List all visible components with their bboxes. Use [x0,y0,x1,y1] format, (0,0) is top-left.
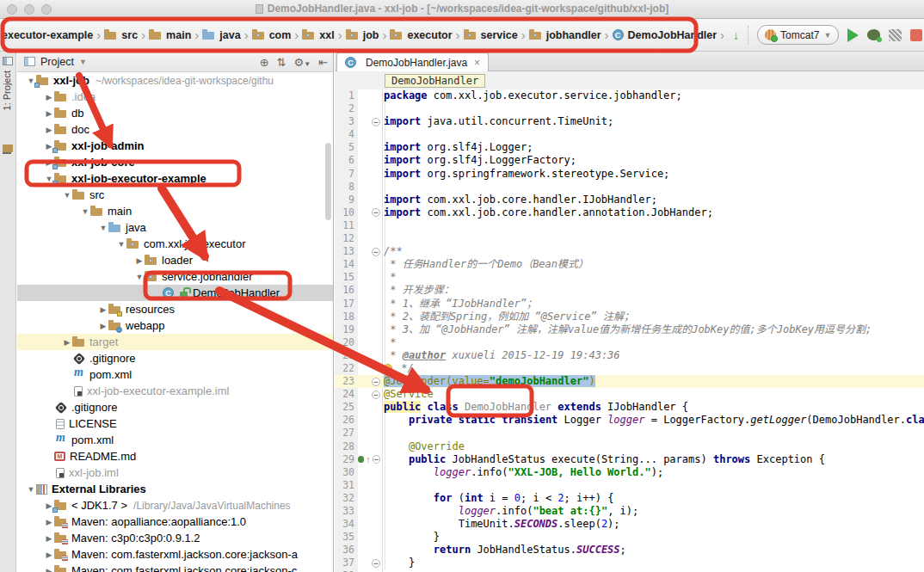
chevron-expanded-icon[interactable]: ▼ [116,240,126,249]
code-line[interactable]: 25public class DemoJobHandler extends IJ… [335,401,924,414]
tree-item[interactable]: ▶loader [17,252,333,268]
run-gutter-icon[interactable] [358,456,364,463]
code-line[interactable]: 13−/** [335,245,924,258]
tree-item[interactable]: ▼main [17,203,333,219]
code-line[interactable]: 11 [335,219,924,232]
code-line[interactable]: 23−@JobHander(value="demoJobHandler") [335,375,924,388]
code-line[interactable]: 36 return JobHandleStatus.SUCCESS; [335,544,924,557]
code-line[interactable]: 24−@Service [335,388,924,401]
code-line[interactable]: 28 @Override [335,440,924,453]
breadcrumb-item[interactable]: service [464,29,518,41]
tree-item[interactable]: ▶doc [17,121,333,138]
chevron-collapsed-icon[interactable]: ▶ [44,93,54,101]
tree-item[interactable]: ▶resources [17,301,333,317]
chevron-expanded-icon[interactable]: ▼ [26,485,36,494]
chevron-collapsed-icon[interactable]: ▶ [44,567,54,572]
chevron-expanded-icon[interactable]: ▼ [62,191,72,200]
breadcrumb-item[interactable]: main [149,29,191,41]
run-button[interactable] [847,28,859,42]
breadcrumb-item[interactable]: com [252,29,292,41]
chevron-collapsed-icon[interactable]: ▶ [98,322,108,330]
code-line[interactable]: 8 [335,181,924,194]
tree-item[interactable]: xxl-job.iml [17,464,333,481]
code-line[interactable]: 2 [335,102,924,115]
locate-file-icon[interactable]: ⊕ [260,56,269,69]
override-gutter-icon[interactable]: ↑ [366,455,371,464]
tree-item[interactable]: .gitignore [17,399,333,415]
fold-marker-icon[interactable]: − [373,455,380,464]
tree-item[interactable]: xxl-job-executor-example.iml [17,383,333,399]
code-line[interactable]: 29↑− public JobHandleStatus execute(Stri… [335,453,924,466]
breadcrumb-item[interactable]: jobhandler [529,29,601,41]
sidebar-item-project[interactable]: 1: Project [2,71,12,110]
code-line[interactable]: 30 logger.info("XXL-JOB, Hello World."); [335,466,924,479]
code-line[interactable]: 22 */ [335,362,924,375]
breadcrumb-item[interactable]: java [202,29,240,41]
tree-item[interactable]: CDemoJobHandler [17,285,333,301]
breadcrumb-item[interactable]: executor-example [2,29,93,41]
tree-item[interactable]: pom.xml [17,366,333,383]
tree-item[interactable]: ▶< JDK1.7 >/Library/Java/JavaVirtualMach… [17,497,333,514]
fold-marker-icon[interactable]: − [372,208,380,217]
tree-item[interactable]: ▶Maven: c3p0:c3p0:0.9.1.2 [17,530,333,546]
breadcrumb-item[interactable]: executor [390,29,452,41]
tree-item[interactable]: ▼External Libraries [17,481,333,497]
tree-item[interactable]: pom.xml [17,432,333,448]
fold-marker-icon[interactable]: − [372,118,380,126]
chevron-down-icon[interactable]: ▼ [79,58,87,66]
coverage-button[interactable] [889,29,902,41]
collapse-all-icon[interactable]: ⇅ [277,56,286,69]
breadcrumb-item[interactable]: CDemoJobHandler [613,29,718,41]
chevron-collapsed-icon[interactable]: ▶ [44,518,54,526]
code-line[interactable]: 9import com.xxl.job.core.handler.IJobHan… [335,194,924,206]
fold-marker-icon[interactable]: − [372,248,380,256]
tree-item[interactable]: ▶webapp [17,317,333,334]
code-line[interactable]: 4 [335,128,924,141]
tree-item[interactable]: ▶Maven: aopalliance:aopalliance:1.0 [17,514,333,530]
code-area[interactable]: 1package com.xxl.job.executor.service.jo… [335,89,924,572]
tree-scrollbar[interactable] [325,143,331,220]
tree-item[interactable]: .gitignore [17,350,333,366]
chevron-collapsed-icon[interactable]: ▶ [62,338,72,347]
tree-item[interactable]: ▶xxl-job-core [17,154,333,170]
code-line[interactable]: 21 * @author xuxueli 2015-12-19 19:43:36 [335,349,924,362]
chevron-collapsed-icon[interactable]: ▶ [134,256,145,265]
tree-item[interactable]: ▶db [17,105,333,121]
tree-item[interactable]: ▼src [17,187,333,203]
code-line[interactable]: 14 * 任务Handler的一个Demo（Bean模式） [335,258,924,271]
code-line[interactable]: 3−import java.util.concurrent.TimeUnit; [335,115,924,128]
debug-button[interactable] [867,29,880,40]
code-line[interactable]: 31 [335,479,924,492]
code-line[interactable]: 7import org.springframework.stereotype.S… [335,168,924,181]
code-line[interactable]: 18 * 2、装配到Spring，例如加 “@Service” 注解； [335,311,924,323]
chevron-expanded-icon[interactable]: ▼ [98,224,108,232]
tree-item[interactable]: MREADME.md [17,448,333,464]
code-line[interactable]: 19 * 3、加 “@JobHander” 注解，注解value值为新增任务生成… [335,323,924,336]
close-tab-icon[interactable]: × [474,57,480,69]
tree-item[interactable]: ▼com.xxl.job.executor [17,236,333,252]
chevron-collapsed-icon[interactable]: ▶ [98,305,108,314]
code-line[interactable]: 10−import com.xxl.job.core.handler.annot… [335,206,924,219]
tree-item[interactable]: ▼xxl-job~/workspaces/idea-git-workspace/… [17,72,333,89]
code-line[interactable]: 34 TimeUnit.SECONDS.sleep(2); [335,518,924,531]
code-line[interactable]: 15 * [335,271,924,284]
code-line[interactable]: 5import org.slf4j.Logger; [335,141,924,154]
tree-item[interactable]: ▼java [17,219,333,236]
tree-item[interactable]: ▶xxl-job-admin [17,138,333,154]
fold-marker-icon[interactable]: − [372,559,380,568]
intention-bulb-icon[interactable] [384,364,392,372]
chevron-collapsed-icon[interactable]: ▶ [44,109,54,118]
code-line[interactable]: 16 * 开发步骤： [335,284,924,297]
hide-panel-icon[interactable]: ⇤ [318,56,328,69]
tree-item[interactable]: ▶target [17,334,333,350]
code-line[interactable]: 20 * [335,336,924,349]
run-configuration-select[interactable]: Tomcat7 ▼ [757,25,839,45]
tree-item[interactable]: ▼service.jobhandler [17,268,333,285]
code-line[interactable]: 17 * 1、继承 “IJobHandler”； [335,298,924,311]
code-line[interactable]: 37− } [335,557,924,569]
settings-gear-icon[interactable]: ⚙▼ [294,56,311,69]
code-line[interactable]: 1package com.xxl.job.executor.service.jo… [335,89,924,102]
chevron-expanded-icon[interactable]: ▼ [134,273,145,281]
class-name-tag[interactable]: DemoJobHandler [385,74,485,88]
code-line[interactable]: 35 } [335,531,924,544]
